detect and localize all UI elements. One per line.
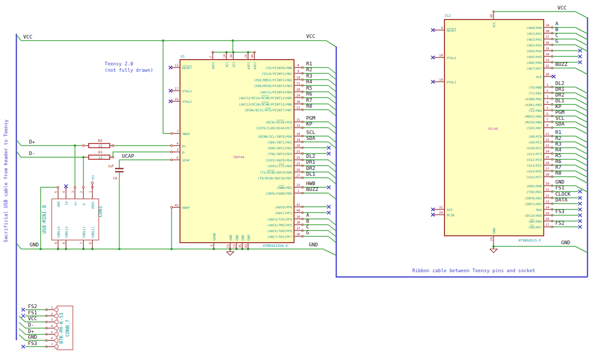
net-label: R8 (306, 103, 312, 109)
pin-name: (RD)PD7 (528, 225, 542, 229)
pin-number: 9 (297, 69, 299, 73)
net-label: R8 (555, 170, 562, 176)
pin-number: 37 (545, 35, 549, 39)
bus-entry (575, 116, 587, 122)
net-label: C (555, 32, 558, 38)
pin-name: (OC0A/OC1C/RTS/PCINT7)PB7 (244, 108, 292, 112)
net-label: DL1 (306, 171, 315, 177)
pin-name: (AD3)PA3 (526, 43, 542, 47)
bus-entry (575, 110, 587, 117)
pin-number: 14 (222, 54, 226, 58)
pin-number: 27 (296, 174, 300, 177)
net-label: BUZZ (555, 61, 567, 67)
pin-name: VCC (492, 22, 496, 28)
net-label: FS2 (555, 220, 564, 226)
net-label: SCL (555, 115, 564, 121)
pin-name: (A12)PC4 (526, 158, 542, 161)
bus-entry (575, 186, 587, 192)
pin-name: D- (182, 150, 186, 154)
net-label: GND (561, 240, 570, 245)
net-label: DL1 (555, 98, 564, 103)
pin-name: (ADC7/TDI)PF7 (267, 235, 292, 238)
pin-name: (AD7)PA7 (526, 66, 542, 70)
pin-end (170, 206, 173, 208)
pin-name: ICP (447, 208, 452, 212)
pin-name: (AIN0)PB2 (524, 97, 542, 101)
pin-number: 34 (229, 54, 233, 58)
net-label: D+ (29, 139, 35, 145)
resistor-value: 22 (98, 144, 102, 148)
pin-name: GND (56, 202, 60, 207)
pin-name: XTAL1 (182, 89, 192, 93)
pin-end (57, 186, 59, 188)
net-label: DL2 (555, 80, 564, 86)
bus-entry (16, 140, 21, 146)
pin-name: (OC1A)PD5 (524, 214, 542, 217)
pin-number: 17 (545, 223, 549, 226)
net-label: KP (306, 121, 312, 127)
gnd-rail (21, 249, 336, 255)
pin-name: RESET (182, 66, 192, 70)
bus-entry (575, 136, 587, 142)
pin-number: 41 (296, 203, 300, 206)
pin-number: 20 (489, 237, 493, 242)
bus-entry (575, 177, 587, 183)
pin-name: (ADC13/OC1B/OC4B/PCINT13)PB6 (239, 102, 292, 106)
bus-entry (16, 243, 21, 249)
pin-name: (AD1)PA1 (526, 32, 542, 35)
pin-name: (ADC5/TMS)PF5 (267, 223, 292, 227)
pin-number: 9 (54, 242, 58, 244)
pin-number: 20 (296, 143, 300, 147)
pin-number: 13 (545, 199, 549, 203)
pin-name: (SS/PCINT0)PB0 (265, 66, 292, 70)
ic-value: ATMEGA32U4-A (263, 244, 288, 248)
pin-name: GND (235, 235, 239, 241)
vcc-rail (21, 41, 336, 47)
pin-number: 22 (545, 138, 549, 141)
pin-number: 4 (51, 324, 53, 328)
bus-entry (575, 128, 587, 134)
pin-number: 25 (545, 155, 549, 159)
net-label: HWB (306, 180, 315, 186)
pin-name: D- (82, 202, 86, 205)
pin-name: ID (64, 202, 68, 206)
pin-end (82, 186, 84, 188)
ic-footprint: TQFP44 (233, 155, 244, 159)
pin-name: D+ (73, 202, 77, 206)
bus-entry (575, 68, 587, 74)
pin-number: 1 (51, 305, 53, 309)
bus-entry (575, 171, 587, 177)
pin-number: 4 (546, 100, 548, 104)
pin-name: (OC3A/OC4A)PC6 (265, 120, 292, 124)
pin-number: 7 (51, 342, 53, 346)
net-label: DR1 (555, 86, 564, 92)
pin-name: (INT6/AIN0)PE6 (265, 191, 292, 195)
net-label: D+ (28, 328, 34, 334)
capacitor-value: 1uF (108, 164, 114, 168)
pin-name: (AD4)PA4 (526, 49, 542, 53)
pin-number: 6 (51, 336, 53, 340)
pin-number: 11 (296, 81, 300, 85)
connector-pin-circle (55, 327, 59, 330)
pin-end (170, 132, 173, 135)
bus-entry (19, 322, 25, 328)
bus-entry (575, 165, 587, 171)
pin-number: 38 (296, 221, 300, 224)
pin-name: GND (247, 235, 250, 241)
ic-ref: U1 (181, 54, 185, 59)
pin-number: 25 (296, 156, 300, 159)
pin-number: 39 (296, 215, 300, 218)
bus-entry (328, 178, 336, 184)
pin-number: 30 (545, 72, 549, 76)
bus-entry (575, 39, 587, 45)
note-teensy-line1: Teensy 2.0 (105, 61, 133, 66)
connector-ref: CON1 (98, 206, 103, 217)
pin-number: 7 (546, 118, 548, 121)
net-label: R7 (306, 97, 312, 103)
pin-name: (A13)PC5 (526, 164, 542, 167)
net-label: G (555, 38, 558, 44)
pin-name: SHELL1 (91, 226, 94, 238)
bus-entry (575, 159, 587, 166)
pin-number: 5 (546, 106, 548, 110)
pin-name: (OC0B/SCL/INT0)PD0 (258, 135, 292, 138)
